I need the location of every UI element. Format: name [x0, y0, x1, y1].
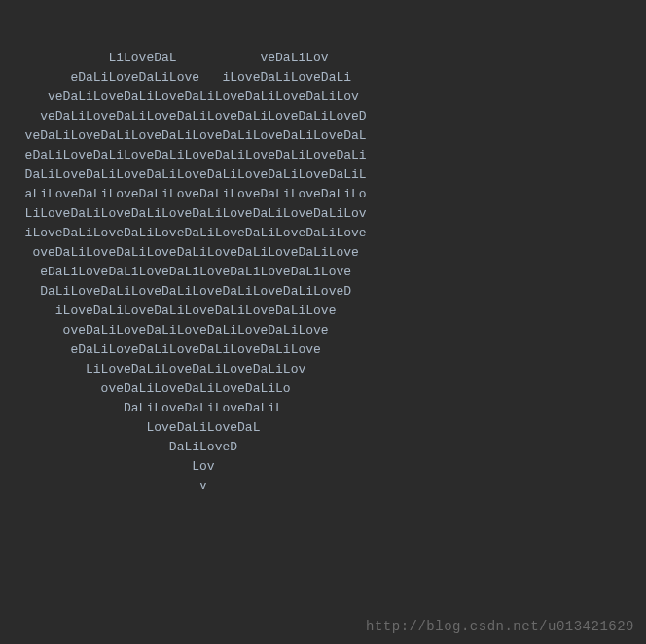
heart-line: Lov [10, 457, 636, 477]
heart-line: eDaLiLoveDaLiLove iLoveDaLiLoveDaLi [10, 68, 636, 88]
heart-line: LiLoveDaL veDaLiLov [10, 49, 636, 68]
heart-line: iLoveDaLiLoveDaLiLoveDaLiLoveDaLiLoveDaL… [10, 224, 636, 243]
heart-line: LiLoveDaLiLoveDaLiLoveDaLiLov [10, 360, 636, 379]
heart-line: DaLiLoveD [10, 438, 636, 457]
heart-line: veDaLiLoveDaLiLoveDaLiLoveDaLiLoveDaLiLo… [10, 88, 636, 107]
heart-line: oveDaLiLoveDaLiLoveDaLiLo [10, 379, 636, 399]
heart-line: DaLiLoveDaLiLoveDaLiLoveDaLiLoveDaLiLove… [10, 165, 636, 185]
heart-line: iLoveDaLiLoveDaLiLoveDaLiLoveDaLiLove [10, 302, 636, 321]
heart-line: LoveDaLiLoveDaL [10, 418, 636, 438]
heart-line: eDaLiLoveDaLiLoveDaLiLoveDaLiLove [10, 340, 636, 360]
heart-line: oveDaLiLoveDaLiLoveDaLiLoveDaLiLoveDaLiL… [10, 243, 636, 263]
heart-line: eDaLiLoveDaLiLoveDaLiLoveDaLiLoveDaLiLov… [10, 146, 636, 165]
heart-line: veDaLiLoveDaLiLoveDaLiLoveDaLiLoveDaLiLo… [10, 126, 636, 146]
heart-line: v [10, 477, 636, 496]
console-output: LiLoveDaL veDaLiLov eDaLiLoveDaLiLove iL… [0, 0, 646, 644]
heart-line: DaLiLoveDaLiLoveDaLiLoveDaLiLoveDaLiLove… [10, 282, 636, 302]
heart-line: veDaLiLoveDaLiLoveDaLiLoveDaLiLoveDaLiLo… [10, 107, 636, 126]
heart-line: LiLoveDaLiLoveDaLiLoveDaLiLoveDaLiLoveDa… [10, 204, 636, 224]
watermark-link: http://blog.csdn.net/u013421629 [366, 619, 634, 634]
heart-line: DaLiLoveDaLiLoveDaLiL [10, 399, 636, 418]
heart-art-block: LiLoveDaL veDaLiLov eDaLiLoveDaLiLove iL… [10, 49, 636, 496]
heart-line: aLiLoveDaLiLoveDaLiLoveDaLiLoveDaLiLoveD… [10, 185, 636, 204]
heart-line: oveDaLiLoveDaLiLoveDaLiLoveDaLiLove [10, 321, 636, 340]
spacer [10, 535, 636, 613]
heart-line: eDaLiLoveDaLiLoveDaLiLoveDaLiLoveDaLiLov… [10, 263, 636, 282]
